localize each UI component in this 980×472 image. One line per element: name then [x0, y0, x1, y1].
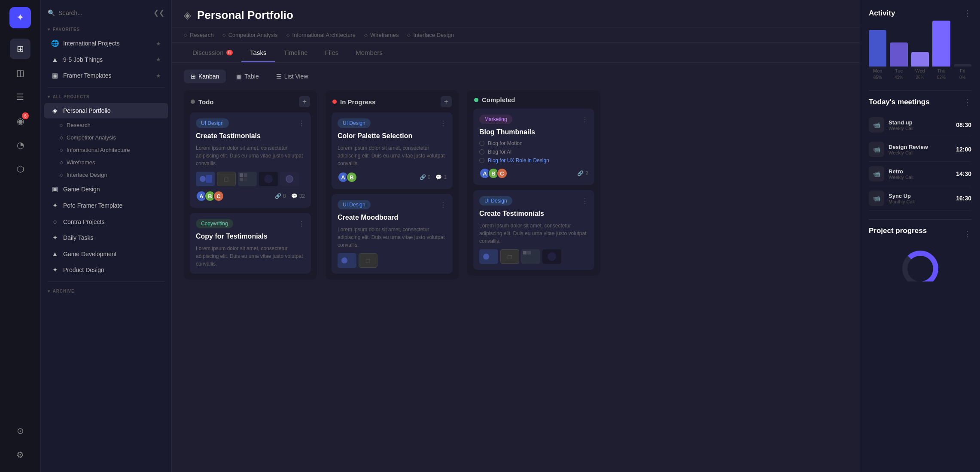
sidebar-item-product-design[interactable]: ✦ Product Design: [44, 262, 168, 278]
meetings-header: Today's meetings ⋮: [869, 97, 971, 107]
search-input[interactable]: [58, 9, 127, 16]
sidebar-item-framer[interactable]: ▣ Framer Templates ★: [44, 68, 168, 83]
sidebar-item-international-projects[interactable]: 🌐 International Projects ★: [44, 36, 168, 51]
nav-icon-clock[interactable]: ◔: [10, 135, 30, 155]
breadcrumb-research[interactable]: ◇ Research: [184, 32, 214, 42]
sidebar-subitem-competitor-analysis[interactable]: ◇ Competitor Analysis: [41, 131, 171, 144]
meeting-sync-up[interactable]: 📹 Sync Up Monthly Call 16:30: [869, 186, 971, 211]
card-menu-icon[interactable]: ⋮: [581, 115, 588, 124]
activity-panel: Activity ⋮ Mon 65% Tue 43% Wed 26% Thu: [860, 0, 980, 472]
icon-rail: ✦ ⊞ ◫ ☰ ◉6 ◔ ⬡ ⊙ ⚙: [0, 0, 41, 472]
nav-icon-grid[interactable]: ⊞: [10, 39, 30, 59]
card-avatars: A B C: [196, 191, 224, 202]
breadcrumb-informational-architecture[interactable]: ◇ Informational Architecture: [286, 32, 356, 42]
progress-title: Project progress: [869, 227, 927, 235]
sidebar-subitem-interface-design[interactable]: ◇ Interface Design: [41, 169, 171, 181]
breadcrumb-competitor-analysis[interactable]: ◇ Competitor Analysis: [222, 32, 278, 42]
diamond-icon: ◇: [184, 33, 187, 37]
completed-title: Completed: [474, 96, 515, 103]
todo-item: Blog for AI: [479, 149, 588, 155]
meeting-title: Stand up: [889, 119, 952, 126]
daily-icon: ✦: [51, 234, 59, 242]
meeting-icon: 📹: [869, 166, 884, 182]
sidebar-collapse-button[interactable]: ❮❮: [153, 9, 164, 17]
todo-item: Blog for UX Role in Design: [479, 157, 588, 163]
avatar: C: [213, 191, 224, 202]
image-thumb: [196, 172, 215, 186]
breadcrumb-wireframes[interactable]: ◇ Wireframes: [364, 32, 399, 42]
diamond-icon: ◇: [407, 33, 411, 37]
inprogress-title: In Progress: [332, 98, 376, 106]
nav-icon-settings[interactable]: ⚙: [10, 445, 30, 465]
nav-icon-list[interactable]: ☰: [10, 87, 30, 107]
search-bar[interactable]: 🔍 ❮❮: [41, 5, 171, 24]
nav-icon-people[interactable]: ⊙: [10, 421, 30, 441]
chart-bar-wed: Wed 26%: [911, 52, 929, 80]
inprogress-add-button[interactable]: +: [441, 96, 452, 107]
meeting-standup[interactable]: 📹 Stand up Weekly Call 08:30: [869, 113, 971, 137]
card-images: ◻: [196, 172, 305, 186]
list-view-button[interactable]: ☰ List View: [269, 70, 315, 83]
tab-members[interactable]: Members: [347, 43, 391, 62]
sidebar: 🔍 ❮❮ ▾ FAVORITES 🌐 International Project…: [41, 0, 172, 472]
bar-tue: [890, 42, 907, 67]
meeting-retro[interactable]: 📹 Retro Weekly Call 14:30: [869, 162, 971, 186]
card-menu-icon[interactable]: ⋮: [440, 119, 447, 127]
card-title: Blog Thumbnails: [479, 128, 588, 136]
tab-files[interactable]: Files: [317, 43, 347, 62]
allprojects-chevron-icon: ▾: [48, 94, 50, 99]
kanban-view-button[interactable]: ⊞ Kanban: [184, 70, 226, 83]
meeting-time: 16:30: [956, 195, 971, 202]
meeting-title: Sync Up: [889, 193, 952, 199]
meeting-design-review[interactable]: 📹 Design Review Weekly Call 12:00: [869, 137, 971, 162]
sidebar-item-game-design[interactable]: ▣ Game Design: [44, 182, 168, 197]
meeting-subtitle: Weekly Call: [889, 150, 952, 155]
avatar: B: [346, 172, 357, 183]
card-text: Lorem ipsum dolor sit amet, consectetur …: [479, 222, 588, 245]
sidebar-item-personal-portfolio[interactable]: ◈ Personal Portfolio: [44, 103, 168, 118]
image-thumb: ◻: [359, 253, 377, 268]
card-title: Create Testimonials: [479, 210, 588, 218]
todo-circle: [479, 158, 484, 163]
svg-point-20: [548, 252, 556, 261]
todo-circle: [479, 149, 484, 154]
sidebar-item-pofo[interactable]: ✦ Pofo Framer Template: [44, 198, 168, 213]
progress-more-button[interactable]: ⋮: [964, 229, 971, 239]
tab-discussion[interactable]: Discussion 6: [184, 43, 241, 62]
table-view-button[interactable]: ▦ Table: [229, 70, 265, 83]
sidebar-item-contra[interactable]: ○ Contra Projects: [44, 214, 168, 229]
nav-icon-projects[interactable]: ◉6: [10, 111, 30, 131]
sidebar-item-daily-tasks[interactable]: ✦ Daily Tasks: [44, 230, 168, 245]
card-header: UI Design ⋮: [338, 200, 447, 209]
card-menu-icon[interactable]: ⋮: [298, 119, 305, 127]
card-stats: 🔗 8 💬 32: [275, 193, 305, 199]
image-thumb: ◻: [500, 249, 519, 264]
card-images: ◻: [338, 253, 447, 268]
tab-timeline[interactable]: Timeline: [275, 43, 316, 62]
card-menu-icon[interactable]: ⋮: [581, 197, 588, 205]
sidebar-subitem-informational-architecture[interactable]: ◇ Informational Architecture: [41, 144, 171, 156]
breadcrumb-interface-design[interactable]: ◇ Interface Design: [407, 32, 454, 42]
todo-add-button[interactable]: +: [299, 96, 310, 107]
nav-icon-calendar[interactable]: ◫: [10, 63, 30, 83]
sidebar-item-game-dev[interactable]: ▲ Game Development: [44, 246, 168, 261]
meeting-info: Retro Weekly Call: [889, 168, 952, 180]
svg-rect-18: [527, 251, 531, 254]
card-text: Lorem ipsum dolor sit amet, consectetur …: [338, 226, 447, 249]
tab-tasks[interactable]: Tasks: [241, 43, 275, 62]
activity-more-button[interactable]: ⋮: [964, 9, 971, 18]
nav-icon-share[interactable]: ⬡: [10, 159, 30, 179]
links-stat: 🔗 8: [275, 193, 286, 199]
card-menu-icon[interactable]: ⋮: [298, 220, 305, 228]
progress-section: Project progress ⋮: [860, 227, 980, 281]
divider: [48, 87, 164, 88]
sidebar-item-job-things[interactable]: ▲ 9-5 Job Things ★: [44, 52, 168, 67]
meetings-title: Today's meetings: [869, 98, 930, 106]
meeting-time: 14:30: [956, 170, 971, 177]
chart-day-tue: Tue: [895, 68, 903, 73]
chart-day-mon: Mon: [873, 68, 882, 73]
card-menu-icon[interactable]: ⋮: [440, 201, 447, 209]
sidebar-subitem-research[interactable]: ◇ Research: [41, 119, 171, 131]
sidebar-subitem-wireframes[interactable]: ◇ Wireframes: [41, 156, 171, 169]
meetings-more-button[interactable]: ⋮: [964, 97, 971, 107]
